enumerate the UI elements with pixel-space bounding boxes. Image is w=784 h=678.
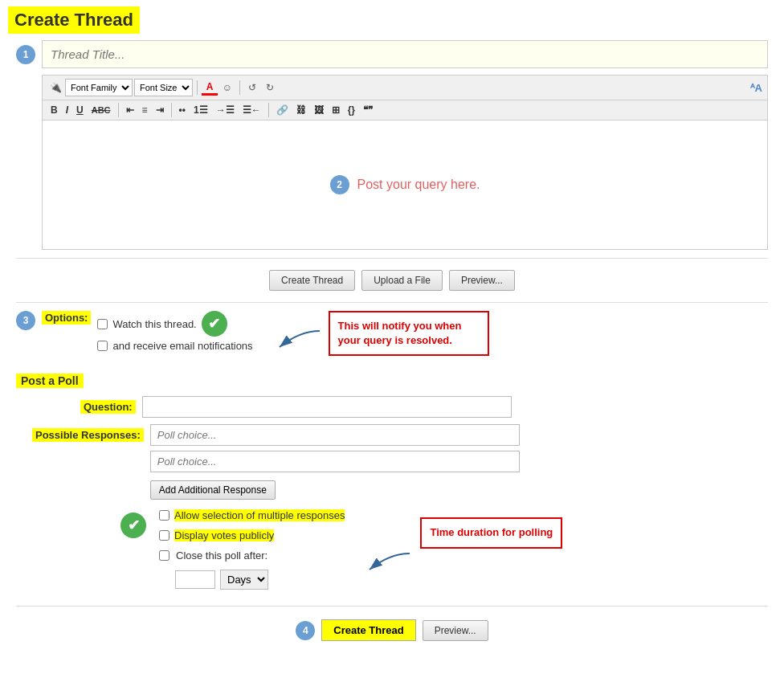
poll-choices-col: Add Additional Response (150, 424, 520, 500)
sep2 (239, 80, 240, 95)
unlink-btn[interactable]: ⛓ (293, 104, 309, 116)
display-votes-label: Display votes publicly (174, 529, 274, 541)
notification-tooltip-section: This will notify you when your query is … (276, 311, 489, 356)
allow-multiple-checkbox[interactable] (159, 510, 169, 521)
question-label: Question: (80, 400, 136, 414)
sep3 (118, 103, 119, 117)
options-label: Options: (42, 311, 91, 325)
preview-bottom-button[interactable]: Preview... (423, 620, 488, 641)
align-left-btn[interactable]: ⇤ (123, 104, 137, 116)
possible-responses-row: Possible Responses: Add Additional Respo… (32, 424, 768, 500)
editor-toolbar-row1: 🔌 Font Family Font Size A ☺ ↺ ↻ ᴬA (43, 76, 767, 100)
poll-choice-2-input[interactable] (150, 451, 520, 472)
days-select[interactable]: Days (220, 570, 268, 590)
sep5 (268, 103, 269, 117)
font-size-select[interactable]: Font Size (134, 79, 193, 96)
sep1 (197, 80, 198, 95)
align-center-btn[interactable]: ≡ (139, 104, 151, 116)
page-title: Create Thread (8, 6, 140, 34)
thread-title-row: 1 (16, 40, 768, 68)
code-btn[interactable]: {} (345, 104, 358, 116)
editor-placeholder-text: Post your query here. (357, 178, 480, 192)
question-input[interactable] (142, 396, 512, 418)
undo-icon[interactable]: ↺ (244, 80, 260, 96)
image-btn[interactable]: 🖼 (311, 104, 327, 116)
close-poll-row: Close this poll after: (159, 549, 345, 562)
font-family-select[interactable]: Font Family (65, 79, 133, 96)
strikethrough-btn[interactable]: ABC (88, 104, 114, 116)
options-content: Watch this thread. ✔ and receive email n… (97, 311, 252, 355)
thread-title-input[interactable] (42, 40, 768, 68)
table-btn[interactable]: ⊞ (329, 104, 343, 116)
step-3-circle: 3 (16, 311, 35, 330)
poll-choice-1-input[interactable] (150, 424, 520, 446)
display-votes-checkbox[interactable] (159, 530, 169, 541)
watch-thread-label: Watch this thread. (112, 318, 196, 330)
step-4-circle: 4 (296, 621, 315, 640)
add-response-button[interactable]: Add Additional Response (150, 480, 276, 500)
time-duration-tooltip-section: Time duration for polling (365, 509, 562, 576)
italic-btn[interactable]: I (63, 104, 71, 116)
action-buttons-row: Create Thread Upload a File Preview... (16, 270, 768, 291)
quote-btn[interactable]: ❝❞ (360, 104, 376, 116)
editor-plugin-icon: 🔌 (47, 80, 63, 96)
email-notifications-label: and receive email notifications (112, 340, 252, 352)
divider-1 (16, 258, 768, 259)
divider-3 (16, 606, 768, 607)
close-poll-checkbox[interactable] (159, 550, 169, 561)
close-poll-label: Close this poll after: (176, 549, 267, 562)
bottom-action-row: 4 Create Thread Preview... (16, 619, 768, 641)
time-duration-tooltip-box: Time duration for polling (420, 517, 562, 548)
align-right-btn[interactable]: ⇥ (153, 104, 167, 116)
watch-thread-check-icon: ✔ (202, 311, 227, 337)
preview-button[interactable]: Preview... (449, 270, 515, 291)
display-votes-row: Display votes publicly (159, 529, 345, 541)
email-notifications-checkbox[interactable] (97, 341, 108, 351)
sep4 (171, 103, 172, 117)
days-input[interactable]: 7 (175, 570, 215, 589)
allow-multiple-label: Allow selection of multiple responses (174, 509, 345, 521)
editor-toolbar-row2: B I U ABC ⇤ ≡ ⇥ •• 1☰ →☰ ☰← 🔗 ⛓ 🖼 ⊞ {} ❝… (43, 100, 767, 120)
watch-thread-checkbox[interactable] (97, 319, 108, 329)
allow-multiple-row: Allow selection of multiple responses (159, 509, 345, 521)
days-row: 7 Days (175, 570, 345, 590)
outdent-btn[interactable]: ☰← (239, 104, 264, 116)
options-row: 3 Options: Watch this thread. ✔ and rece… (16, 311, 768, 356)
editor-body[interactable]: 2 Post your query here. (43, 120, 767, 249)
ordered-list-btn[interactable]: 1☰ (190, 104, 211, 116)
upload-file-button[interactable]: Upload a File (361, 270, 443, 291)
poll-options-section: ✔ Allow selection of multiple responses … (120, 509, 768, 590)
question-row: Question: (80, 396, 768, 418)
unordered-list-btn[interactable]: •• (176, 104, 189, 116)
create-thread-button[interactable]: Create Thread (269, 270, 355, 291)
font-color-icon[interactable]: A (202, 80, 218, 96)
step-2-circle: 2 (330, 175, 349, 194)
redo-icon[interactable]: ↻ (262, 80, 278, 96)
post-poll-label: Post a Poll (16, 374, 84, 388)
create-thread-bottom-button[interactable]: Create Thread (321, 619, 415, 641)
step-1-circle: 1 (16, 45, 35, 64)
notification-tooltip-box: This will notify you when your query is … (329, 311, 489, 356)
arrow-icon (276, 327, 324, 351)
possible-responses-label: Possible Responses: (32, 428, 144, 442)
divider-2 (16, 302, 768, 303)
editor-placeholder: 2 Post your query here. (330, 175, 480, 194)
underline-btn[interactable]: U (73, 104, 87, 116)
bold-btn[interactable]: B (47, 104, 61, 116)
poll-checkboxes: Allow selection of multiple responses Di… (159, 509, 345, 590)
time-arrow-icon (365, 549, 414, 574)
indent-btn[interactable]: →☰ (213, 104, 238, 116)
poll-check-icon: ✔ (120, 513, 146, 538)
watch-thread-row: Watch this thread. ✔ (97, 311, 252, 337)
editor-container: 🔌 Font Family Font Size A ☺ ↺ ↻ ᴬA B I U… (42, 75, 768, 250)
emoji-icon[interactable]: ☺ (219, 80, 235, 96)
format-label: ᴬA (750, 82, 762, 94)
email-notifications-row: and receive email notifications (97, 340, 252, 352)
link-btn[interactable]: 🔗 (273, 104, 292, 116)
